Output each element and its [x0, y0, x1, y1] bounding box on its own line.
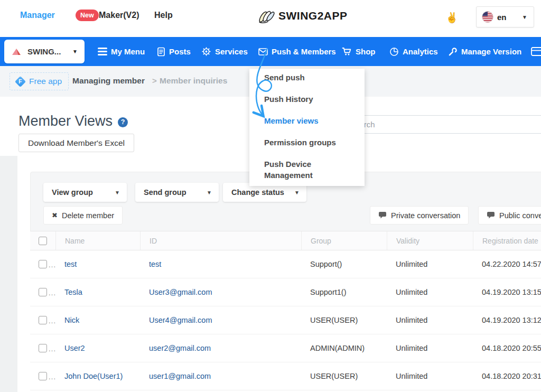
- push-members-dropdown: Send push Push History Member views Perm…: [249, 69, 365, 186]
- delete-member-button[interactable]: ✖ Delete member: [43, 206, 123, 225]
- send-group-label: Send group: [144, 188, 186, 197]
- member-name-link[interactable]: Nick: [55, 316, 140, 324]
- menu-item-member-views[interactable]: Member views: [264, 115, 358, 126]
- row-checkbox[interactable]: [39, 344, 47, 352]
- member-id-link[interactable]: User3@gmail.com: [140, 288, 301, 296]
- chevron-down-icon: ▼: [115, 190, 120, 195]
- member-name-link[interactable]: User2: [55, 344, 140, 352]
- cart-icon: [342, 47, 352, 56]
- maker-v2-link[interactable]: Maker(V2): [99, 11, 139, 20]
- column-header-registration-date: Registration date: [473, 231, 541, 250]
- search-input[interactable]: [342, 115, 541, 134]
- change-status-label: Change status: [231, 188, 284, 197]
- column-header-group: Group: [301, 231, 387, 250]
- private-conversation-label: Private conversation: [391, 211, 460, 220]
- member-validity: Unlimited: [387, 344, 473, 352]
- document-icon: [157, 47, 165, 57]
- free-app-label: Free app: [29, 77, 62, 86]
- table-row: … Nick User4@gmail.com USER(USER) Unlimi…: [30, 306, 541, 334]
- card-icon: [531, 47, 541, 57]
- column-header-id: ID: [140, 231, 301, 250]
- victory-hand-icon: ✌: [445, 11, 459, 24]
- table-row: … test test Support() Unlimited 04.22.20…: [30, 250, 541, 278]
- manager-link[interactable]: Manager: [20, 11, 55, 20]
- nav-item-more[interactable]: [531, 37, 541, 66]
- breadcrumb-section[interactable]: Managing member: [72, 76, 145, 86]
- send-group-select[interactable]: Send group ▼: [135, 183, 219, 202]
- breadcrumb-separator: >: [152, 76, 157, 85]
- member-validity: Unlimited: [387, 260, 473, 268]
- row-checkbox[interactable]: [39, 260, 47, 268]
- member-group: USER(USER): [301, 316, 387, 324]
- view-group-select[interactable]: View group ▼: [43, 183, 127, 202]
- delete-member-label: Delete member: [62, 211, 114, 220]
- menu-item-send-push[interactable]: Send push: [264, 72, 358, 83]
- nav-label: Push & Members: [272, 47, 336, 56]
- app-selector[interactable]: SWING... ▼: [4, 40, 85, 63]
- wrench-icon: [448, 47, 458, 57]
- us-flag-icon: [482, 11, 493, 23]
- help-link[interactable]: Help: [154, 11, 173, 20]
- chat-bubble-icon: [487, 211, 495, 219]
- nav-item-my-menu[interactable]: My Menu: [98, 37, 145, 66]
- private-conversation-button[interactable]: Private conversation: [370, 206, 469, 225]
- row-checkbox[interactable]: [39, 372, 47, 380]
- nav-label: Shop: [356, 47, 376, 56]
- app-selector-label: SWING...: [27, 47, 61, 56]
- language-selector[interactable]: en ▼: [476, 6, 534, 27]
- member-validity: Unlimited: [387, 316, 473, 324]
- member-name-link[interactable]: John Doe(User1): [55, 372, 140, 380]
- member-id-link[interactable]: user1@gmail.com: [140, 372, 301, 380]
- member-id-link[interactable]: user2@gmail.com: [140, 344, 301, 352]
- nav-item-services[interactable]: Services: [201, 37, 248, 66]
- page-title: Member Views ?: [18, 113, 128, 129]
- member-group: Support(): [301, 260, 387, 268]
- member-validity: Unlimited: [387, 372, 473, 380]
- swing2app-logo: SWING2APP: [257, 8, 348, 24]
- help-icon[interactable]: ?: [118, 117, 128, 127]
- nav-label: Manage Version: [461, 47, 521, 56]
- public-conversation-label: Public conversation: [499, 211, 541, 220]
- chevron-down-icon: ▼: [294, 190, 300, 195]
- main-navbar: SWING... ▼ My Menu Posts: [0, 37, 541, 66]
- language-code: en: [497, 13, 507, 22]
- member-name-link[interactable]: Tesla: [55, 288, 140, 296]
- logo-text: SWING2APP: [278, 10, 348, 22]
- nav-item-manage-version[interactable]: Manage Version: [448, 37, 521, 66]
- member-group: ADMIN(ADMIN): [301, 344, 387, 352]
- free-app-badge[interactable]: F Free app: [10, 72, 69, 90]
- top-bar: Manager New Maker(V2) Help SWING2APP ✌: [0, 0, 541, 37]
- menu-item-push-history[interactable]: Push History: [264, 94, 358, 105]
- nav-label: Posts: [169, 47, 191, 56]
- member-registration-date: 04.18.2020 20:31: [473, 372, 541, 380]
- member-registration-date: 04.22.2020 14:57: [473, 260, 541, 268]
- table-row: … Tesla User3@gmail.com Support1() Unlim…: [30, 278, 541, 306]
- row-checkbox[interactable]: [39, 316, 47, 324]
- member-group: USER(USER): [301, 372, 387, 380]
- leaf-doodle-icon: [257, 8, 276, 24]
- menu-item-push-device-management[interactable]: Push Device Management: [264, 158, 358, 181]
- member-id-link[interactable]: User4@gmail.com: [140, 316, 301, 324]
- column-header-name: Name: [55, 231, 140, 250]
- member-registration-date: 04.18.2020 20:55: [473, 344, 541, 352]
- members-table: Name ID Group Validity Registration date…: [30, 231, 541, 392]
- member-name-link[interactable]: test: [55, 260, 140, 268]
- nav-item-shop[interactable]: Shop: [342, 37, 376, 66]
- free-app-diamond-icon: F: [15, 76, 26, 87]
- menu-item-permission-groups[interactable]: Permission groups: [264, 137, 358, 148]
- new-badge: New: [76, 10, 99, 21]
- download-excel-button[interactable]: Download Member's Excel: [18, 134, 134, 152]
- left-gutter: [0, 156, 17, 392]
- chevron-down-icon: ▼: [207, 190, 212, 195]
- nav-item-posts[interactable]: Posts: [157, 37, 191, 66]
- member-id-link[interactable]: test: [140, 260, 301, 268]
- member-registration-date: 04.19.2020 13:12: [473, 316, 541, 324]
- select-all-checkbox[interactable]: [39, 237, 47, 245]
- table-header: Name ID Group Validity Registration date: [30, 231, 541, 250]
- nav-item-analytics[interactable]: Analytics: [389, 37, 438, 66]
- row-checkbox[interactable]: [39, 288, 47, 296]
- public-conversation-button[interactable]: Public conversation: [478, 206, 541, 225]
- x-icon: ✖: [52, 211, 58, 219]
- nav-item-push-members[interactable]: Push & Members: [258, 37, 336, 66]
- gear-icon: [201, 46, 211, 57]
